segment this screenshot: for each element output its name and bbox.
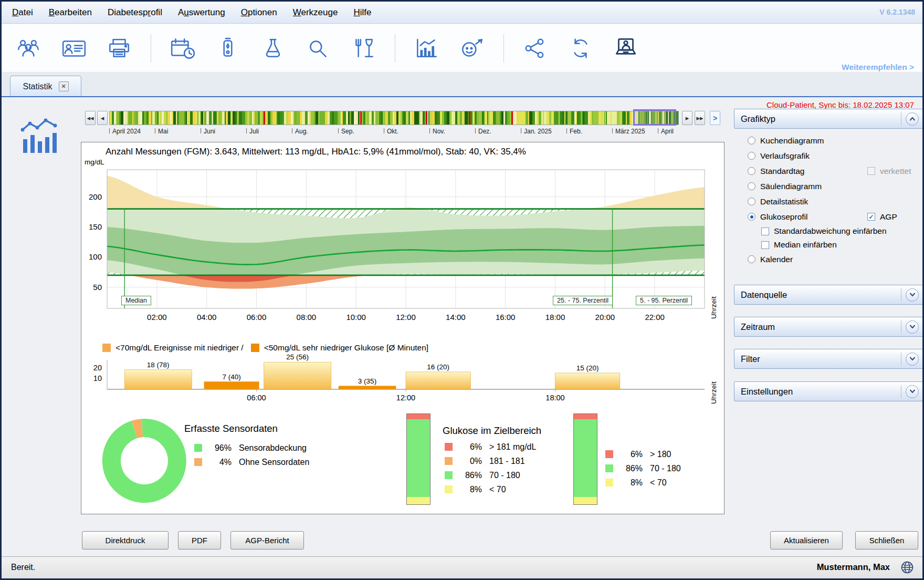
pdf-button[interactable]: PDF [178, 531, 221, 550]
timeline-prev-button[interactable]: ◀ [97, 111, 108, 125]
option-standardtag[interactable]: Standardtagverkettet [748, 163, 921, 179]
telemedicine-icon[interactable] [612, 36, 639, 61]
svg-text:Uhrzeit: Uhrzeit [710, 381, 718, 404]
search-icon[interactable] [304, 36, 332, 61]
svg-text:04:00: 04:00 [197, 313, 217, 322]
legend-percent: 86% [618, 464, 643, 473]
timeline-last-button[interactable]: ▶▶ [695, 111, 705, 125]
timeline-strip[interactable] [109, 111, 679, 125]
checkbox-icon[interactable]: ✓ [867, 213, 875, 221]
checkbox-icon[interactable] [761, 241, 769, 249]
nutrition-icon[interactable] [350, 36, 377, 61]
option-saulendiagramm[interactable]: Säulendiagramm [748, 179, 921, 194]
tab-underline [2, 96, 922, 97]
patients-icon[interactable] [15, 36, 43, 61]
close-icon: ✕ [61, 83, 66, 90]
radio-icon[interactable] [748, 152, 755, 160]
radio-icon[interactable] [748, 198, 755, 205]
chevron-down-icon [909, 389, 916, 393]
panel-header-filter[interactable]: Filter [734, 349, 923, 369]
print-icon[interactable] [106, 36, 133, 61]
panel-title: Filter [734, 354, 901, 364]
tab-label: Statistik [23, 82, 52, 91]
timeline-first-button[interactable]: ◀◀ [85, 111, 96, 125]
sensor-legend-row: 96%Sensorabdeckung [194, 441, 309, 455]
svg-text:12:00: 12:00 [396, 393, 415, 402]
panel-header-einstellungen[interactable]: Einstellungen [734, 381, 923, 401]
checkbox-icon[interactable] [761, 227, 769, 235]
radio-icon[interactable] [748, 182, 755, 190]
menu-auswertung[interactable]: Auswertung [178, 7, 225, 18]
legend-swatch [445, 443, 453, 451]
radio-selected-icon[interactable] [748, 213, 755, 221]
direktdruck-button[interactable]: Direktdruck [82, 531, 169, 550]
svg-text:50: 50 [93, 283, 102, 292]
option-detailstatistik[interactable]: Detailstatistik [748, 194, 921, 209]
radio-icon[interactable] [748, 137, 755, 144]
expand-button[interactable] [906, 288, 919, 302]
share-icon[interactable] [522, 36, 549, 61]
referral-link[interactable]: Weiterempfehlen > [842, 63, 914, 72]
legend-swatch [445, 471, 453, 479]
svg-text:10:00: 10:00 [346, 313, 366, 322]
meter-icon[interactable] [214, 36, 242, 61]
option-verlaufsgrafik[interactable]: Verlaufsgrafik [748, 148, 921, 163]
timeline-selection[interactable] [633, 109, 676, 126]
menu-diabetesprofil[interactable]: Diabetesprofil [108, 7, 162, 18]
menu-optionen[interactable]: Optionen [241, 7, 277, 18]
legend-swatch [605, 464, 613, 472]
radio-icon[interactable] [748, 255, 755, 263]
bar-segment [407, 419, 430, 497]
bar-segment [407, 497, 430, 504]
collapse-button[interactable] [906, 112, 919, 126]
expand-button[interactable] [906, 353, 919, 366]
graph-options: KuchendiagrammVerlaufsgrafikStandardtagv… [748, 133, 921, 267]
panel-header-zeitraum[interactable]: Zeitraum [734, 317, 923, 337]
expand-button[interactable] [906, 320, 919, 334]
panel-header-grafiktyp[interactable]: Grafiktyp [734, 109, 923, 129]
option-kalender[interactable]: Kalender [748, 252, 921, 267]
patient-card-icon[interactable] [60, 36, 88, 61]
menu-hilfe[interactable]: Hilfe [353, 7, 371, 18]
legend-text: > 180 [650, 450, 671, 459]
legend-swatch [194, 458, 202, 466]
legend-swatch [445, 485, 453, 493]
svg-text:06:00: 06:00 [247, 393, 266, 402]
status-bar: Bereit. Mustermann, Max [2, 556, 922, 578]
statistics-icon[interactable] [413, 36, 440, 61]
menu-werkzeuge[interactable]: Werkzeuge [293, 7, 338, 18]
option-kuchendiagramm[interactable]: Kuchendiagramm [748, 133, 921, 148]
option-glukoseprofil[interactable]: Glukoseprofil✓AGP [748, 209, 921, 224]
legend-swatch [251, 344, 259, 352]
statistics-sidebar-icon[interactable] [18, 117, 61, 157]
panel-header-datenquelle[interactable]: Datenquelle [734, 285, 923, 305]
menu-bearbeiten[interactable]: Bearbeiten [49, 7, 92, 18]
option-standardabweichung-einfarben[interactable]: Standardabweichung einfärben [748, 224, 921, 238]
svg-text:Uhrzeit: Uhrzeit [710, 296, 718, 319]
agp-bericht-button[interactable]: AGP-Bericht [230, 531, 304, 550]
aktualisieren-button[interactable]: Aktualisieren [770, 531, 843, 550]
sync-icon[interactable] [567, 36, 594, 61]
sensor-donut-legend: 96%Sensorabdeckung4%Ohne Sensordaten [194, 441, 309, 469]
radio-icon[interactable] [748, 167, 755, 175]
timeline-next-button[interactable]: ▶ [682, 111, 692, 125]
svg-text:150: 150 [89, 222, 102, 231]
option-agp[interactable]: ✓AGP [867, 212, 897, 222]
timeline-month-mai: Mai [158, 128, 168, 135]
calendar-icon[interactable] [169, 36, 196, 61]
timeline-end-button[interactable]: > [710, 111, 720, 125]
expand-button[interactable] [906, 385, 919, 398]
lab-icon[interactable] [259, 36, 287, 61]
panel-title: Einstellungen [734, 387, 901, 397]
toolbar-separator [151, 34, 151, 63]
feedback-icon[interactable] [458, 36, 486, 61]
option-median-einfarben[interactable]: Median einfärben [748, 238, 921, 252]
svg-text:15 (20): 15 (20) [576, 364, 599, 372]
schlie-en-button[interactable]: Schließen [855, 531, 918, 550]
menu-datei[interactable]: Datei [12, 7, 33, 18]
target-range-title: Glukose im Zielbereich [443, 425, 541, 437]
option-label: Detailstatistik [760, 197, 808, 206]
tab-statistik[interactable]: Statistik ✕ [10, 76, 81, 97]
svg-text:200: 200 [89, 192, 102, 201]
tab-close-button[interactable]: ✕ [59, 81, 69, 91]
